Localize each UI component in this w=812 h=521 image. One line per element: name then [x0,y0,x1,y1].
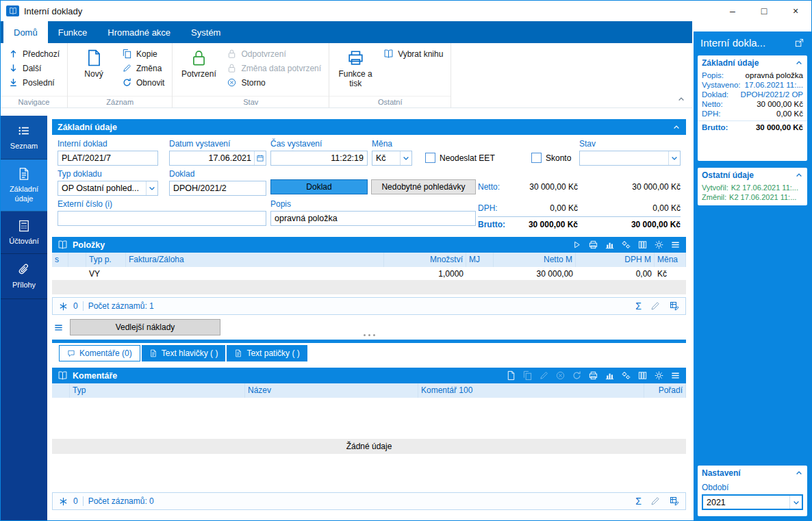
sidebar-item-seznam[interactable]: Seznam [1,116,47,160]
calendar-picker-button[interactable] [254,151,266,165]
column-header-netto[interactable]: Netto M [494,253,576,267]
edit-pencil-icon[interactable] [650,301,661,312]
cas-vystaveni-input[interactable]: 11:22:19 [270,151,368,166]
menu-icon[interactable] [53,322,64,333]
collapse-chevron-icon[interactable] [795,469,803,477]
maximize-button[interactable]: □ [748,1,780,21]
minimize-button[interactable]: – [717,1,748,21]
dalsi-button[interactable]: Další [6,61,62,75]
column-header-typ[interactable]: Typ p. [86,253,126,267]
ribbon-tab-funkce[interactable]: Funkce [48,21,98,43]
run-icon[interactable] [572,240,582,250]
column-header-s[interactable]: s [52,253,68,267]
ribbon-tab-domu[interactable]: Domů [3,21,48,43]
delete-icon[interactable] [555,370,566,381]
column-header-typ[interactable]: Typ [70,383,245,398]
potvrzeni-button[interactable]: Potvrzení [178,47,219,94]
section-splitter-bar[interactable] [52,340,686,343]
dropdown-button[interactable] [789,496,802,509]
button-label: Vedlejší náklady [116,322,175,332]
sum-icon[interactable]: Σ [635,301,642,311]
netto-value-2: 30 000,00 Kč [578,182,681,192]
column-header-nazev[interactable]: Název [245,383,418,398]
freeze-rows-icon[interactable] [58,301,68,312]
odpotvrzeni-button[interactable]: Odpotvrzení [225,47,323,61]
ribbon-tab-system[interactable]: Systém [181,21,231,43]
column-header-komentar[interactable]: Komentář 100 [418,383,644,398]
funkce-a-tisk-button[interactable]: Funkce a tisk [335,47,376,94]
chart-icon[interactable] [605,240,615,250]
interni-doklad-input[interactable]: PLAT/2021/7 [58,151,158,166]
zmena-data-potvrzeni-button[interactable]: Změna data potvrzení [225,61,323,75]
settings-gear-icon[interactable] [654,240,664,250]
ribbon-collapse-chevron-icon[interactable] [677,95,685,103]
storno-button[interactable]: Storno [225,75,323,90]
collapse-chevron-icon[interactable] [795,59,803,67]
tab-text-hlavicky[interactable]: Text hlavičky ( ) [142,345,226,361]
dropdown-button[interactable] [400,151,411,165]
splitter-handle[interactable] [52,334,686,336]
column-header-faktura[interactable]: Faktura/Záloha [126,253,384,267]
column-header-dph[interactable]: DPH M [576,253,655,267]
doklad-toggle-button[interactable]: Doklad [270,179,368,194]
obnovit-button[interactable]: Obnovit [120,75,166,90]
predchozi-button[interactable]: Předchozí [6,47,62,61]
collapse-chevron-icon[interactable] [672,123,681,131]
items-table-row[interactable]: VY 1,0000 30 000,00 0,00 Kč [52,267,686,281]
edit-pencil-icon[interactable] [539,370,549,381]
grid-edit-icon[interactable] [669,301,680,312]
nedobytne-pohledavky-button[interactable]: Nedobytné pohledávky [371,179,476,194]
column-header-icon[interactable] [68,253,86,267]
mena-select[interactable]: Kč [372,151,412,166]
sidebar-item-zakladni-udaje[interactable]: Základní údaje [1,160,47,212]
kopie-button[interactable]: Kopie [120,47,166,61]
zmena-button[interactable]: Změna [120,61,166,75]
new-record-icon[interactable] [506,370,516,381]
posledni-button[interactable]: Poslední [6,75,62,90]
typ-dokladu-select[interactable]: OP Ostatní pohled... [58,181,158,196]
settings-gear-icon[interactable] [654,370,664,381]
row-value[interactable]: DPOH/2021/2 OP [741,90,803,99]
mena-field: Měna Kč [372,139,412,166]
column-header-mnozstvi[interactable]: Množství [384,253,466,267]
print-icon[interactable] [588,240,598,250]
tab-text-paticky[interactable]: Text patičky ( ) [227,345,307,361]
window-title: Interní doklady [24,6,82,16]
gears-icon[interactable] [621,240,631,250]
refresh-icon[interactable] [572,370,582,381]
vybrat-knihu-button[interactable]: Vybrat knihu [381,47,445,61]
grid-edit-icon[interactable] [669,496,680,507]
freeze-rows-icon[interactable] [58,496,68,507]
columns-icon[interactable] [637,240,648,250]
obdobi-select[interactable]: 2021 [702,494,803,510]
panel-row: Popis:opravná položka [698,71,807,80]
menu-icon[interactable] [670,370,681,381]
open-in-window-icon[interactable] [794,38,804,48]
externi-cislo-input[interactable] [58,211,266,226]
ribbon-tab-hromadne-akce[interactable]: Hromadné akce [97,21,181,43]
doklad-input[interactable]: DPOH/2021/2 [169,181,266,196]
copy-icon[interactable] [522,370,533,381]
tab-komentare[interactable]: Komentáře (0) [59,345,140,361]
comments-grid-footer: 0 Počet záznamů: 0 Σ [52,492,686,510]
column-header-icon[interactable] [52,383,70,398]
sidebar-item-uctovani[interactable]: Účtování [1,212,47,254]
gears-icon[interactable] [621,370,631,381]
datum-vystaveni-input[interactable]: 17.06.2021 [169,151,266,166]
column-header-mj[interactable]: MJ [466,253,494,267]
close-button[interactable]: × [780,1,811,21]
edit-pencil-icon[interactable] [650,496,661,507]
chart-icon[interactable] [605,370,615,381]
column-header-poradi[interactable]: Pořadí [644,383,686,398]
sidebar-item-prilohy[interactable]: Přílohy [1,254,47,299]
dropdown-button[interactable] [146,181,157,195]
collapse-chevron-icon[interactable] [795,171,803,179]
vedlejsi-naklady-button[interactable]: Vedlejší náklady [70,319,220,335]
popis-input[interactable]: opravná položka [270,211,476,226]
column-header-mena[interactable]: Měna [655,253,686,267]
novy-button[interactable]: Nový [73,47,114,94]
menu-icon[interactable] [670,240,681,250]
columns-icon[interactable] [637,370,648,381]
sum-icon[interactable]: Σ [635,496,642,506]
print-icon[interactable] [588,370,598,381]
